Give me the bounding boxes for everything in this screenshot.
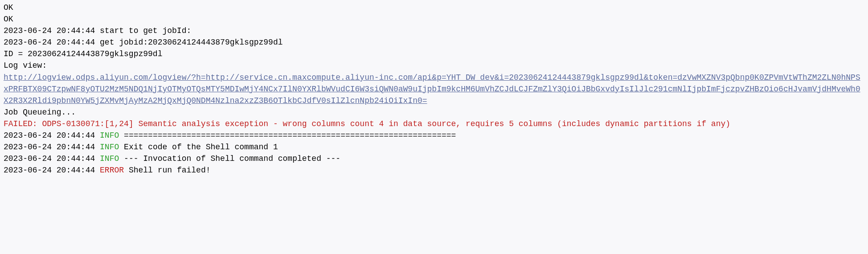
log-line-ok: OK <box>4 2 864 13</box>
timestamp: 2023-06-24 20:44:44 <box>4 131 95 140</box>
logview-link[interactable]: http://logview.odps.aliyun.com/logview/?… <box>4 73 860 105</box>
log-level-info: INFO <box>100 154 119 163</box>
log-line-url: http://logview.odps.aliyun.com/logview/?… <box>4 72 864 107</box>
log-line-failed: FAILED: ODPS-0130071:[1,24] Semantic ana… <box>4 118 864 130</box>
timestamp: 2023-06-24 20:44:44 <box>4 143 95 152</box>
timestamp: 2023-06-24 20:44:44 <box>4 166 95 175</box>
log-message: --- Invocation of Shell command complete… <box>124 154 340 163</box>
log-line-error: 2023-06-24 20:44:44 ERROR Shell run fail… <box>4 164 864 176</box>
log-line-get-jobid: 2023-06-24 20:44:44 get jobid:2023062412… <box>4 37 864 48</box>
log-message: ========================================… <box>124 131 456 140</box>
log-line-ok: OK <box>4 13 864 25</box>
log-line-id: ID = 20230624124443879gklsgpz99dl <box>4 48 864 60</box>
log-line-info-divider: 2023-06-24 20:44:44 INFO ===============… <box>4 130 864 141</box>
timestamp: 2023-06-24 20:44:44 <box>4 154 95 163</box>
log-line-queueing: Job Queueing... <box>4 107 864 118</box>
log-message: Exit code of the Shell command 1 <box>124 143 278 152</box>
log-line-info-completed: 2023-06-24 20:44:44 INFO --- Invocation … <box>4 153 864 164</box>
log-line-start-jobid: 2023-06-24 20:44:44 start to get jobId: <box>4 25 864 37</box>
log-message: Shell run failed! <box>129 166 211 175</box>
log-line-info-exitcode: 2023-06-24 20:44:44 INFO Exit code of th… <box>4 141 864 153</box>
log-line-logview-label: Log view: <box>4 60 864 71</box>
log-level-info: INFO <box>100 131 119 140</box>
log-level-error: ERROR <box>100 166 124 175</box>
log-level-info: INFO <box>100 143 119 152</box>
